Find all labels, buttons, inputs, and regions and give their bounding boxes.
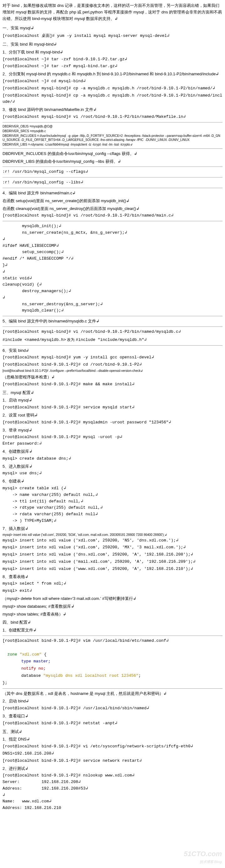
note-showdb: mysql> show databases; #查看数据库↲ xyxy=(2,603,223,610)
cmd-insert-a-mail: mysql> insert into xdl value ('mail.xdl.… xyxy=(2,559,223,565)
separator xyxy=(2,636,223,636)
separator xyxy=(2,316,223,316)
makefile-includes: DBDRIVER_INCLUDES =-I/usr/include/mysql … xyxy=(2,134,223,142)
sub-2-5: 5、编辑 bind 源文件中的 bin/named/mysqldb.c 文件↲ xyxy=(2,318,223,324)
makefile-objs: DBDRIVER_OBJS =mysqldb.@O@ xyxy=(2,124,223,128)
change-to: 改为 xyxy=(67,337,75,342)
intro-text: 对于 bind，如果想修改或增加 dns 记录，是直接修改文本的，这样的话一方面… xyxy=(2,2,223,22)
sub-3-4: 4、创建数据库↲ xyxy=(2,448,223,455)
sub-3-6: 6、创建表↲ xyxy=(2,478,223,485)
sub-3-5: 5、进入数据库↲ xyxy=(2,463,223,470)
cmd-insert-mx: mysql> insert into xdl value ('xdl.com',… xyxy=(2,544,223,551)
makefile-srcs: DBDRIVER_SRCS =mysqldb.c xyxy=(2,129,223,133)
cmd-vi-makefile: [root@localhost mysql-bind]# vi /root/bi… xyxy=(2,114,223,120)
sub-4-2: 2、启动 bind↲ xyxy=(2,698,223,705)
makefile-libs: DBDRIVER_LIBS =-rdynamic -L/usr/lib64/my… xyxy=(2,143,223,147)
zone-end: }; xyxy=(2,680,223,686)
setup-note: 在函数 setup(void)里面 ns_server_create()的前面添… xyxy=(2,198,223,204)
cmd-mysqladmin: [root@localhost bind-9.10.1-P2]# mysqlad… xyxy=(2,419,223,426)
cmd-cp-named: [root@localhost mysql-bind]# cp -a mysql… xyxy=(2,85,223,92)
sub-2-3: 3、修改 bind 源码中的 bin/named/Makefile.in 文件↲ xyxy=(2,106,223,113)
cmd-yum-mysql: [root@localhost 桌面]# yum -y install mysq… xyxy=(2,33,223,39)
section-5: 五、测试↲ xyxy=(2,728,223,735)
sub-2-6: 6、安装 bind↲ xyxy=(2,347,223,354)
section-4: 四、bind 配置↲ xyxy=(2,619,223,626)
cmd-create-db: mysql> create database dns;↲ xyxy=(2,456,223,462)
zone-database: database "mysqldb dns xdl localhost root… xyxy=(2,673,223,679)
include-old: #include <named/mysqldb.h> xyxy=(2,337,66,342)
separator xyxy=(2,345,223,346)
sub-3-3: 3、登录 mysql↲ xyxy=(2,427,223,434)
dns1-line: DNS1=192.168.216.208↲ xyxy=(2,750,223,757)
cmd-vi-mysqldbc: [root@localhost mysql-bind]# vi /root/bi… xyxy=(2,329,223,335)
cmd-make: [root@localhost bind-9.10.1-P2]# make &&… xyxy=(2,381,223,388)
zone-block: zone "xdl.com" { xyxy=(2,645,223,658)
note-ignore-ssl: （忽略加密程序版本检查）↲ xyxy=(2,374,223,380)
separator xyxy=(2,327,223,327)
note-dbparams: （其中 dns 是数据库名，xdl 是表名，hostname 是 mysql 主… xyxy=(2,690,223,697)
separator xyxy=(2,188,223,188)
cmd-cflags: :r! /usr/bin/mysql_config --cflags↲ xyxy=(2,169,223,175)
zone-notify: notify no; xyxy=(2,665,223,672)
cmd-insert-a-dns: mysql> insert into xdl value ('dns.xdl.c… xyxy=(2,552,223,558)
zone-keyword: zone xyxy=(7,652,17,657)
note-libs: DBDRIVER_LIBS 的值由命令/usr/bin/mysql_config… xyxy=(2,158,223,165)
cmd-configure: [root@localhost bind-9.10.1-P2]# ./confi… xyxy=(2,369,223,373)
cmd-yum-gcc: [root@localhost mysql-bind]# yum -y inst… xyxy=(2,354,223,361)
sub-4-1: 1、创建配置文件↲ xyxy=(2,627,223,634)
cleanup-note: 在函数 cleanup(void)里面 ns_server_destroy()的… xyxy=(2,206,223,212)
cmd-libs: :r! /usr/bin/mysql_config --libs↲ xyxy=(2,179,223,186)
cmd-vim-namedconf: [root@localhost bind-9.10.1-P2]# vim /us… xyxy=(2,638,223,644)
cmd-insert-ns: mysql> insert into xdl value ('xdl.com',… xyxy=(2,537,223,544)
cmd-insert-soa: mysql> insert into xdl value ('xdl.com',… xyxy=(2,533,223,537)
cmd-create-table: mysql> create table xdl (↲ -> name varch… xyxy=(2,485,223,524)
note-includes: DBDRIVER_INCLUDES 的值由命令/usr/bin/mysql_co… xyxy=(2,151,223,157)
section-2: 二、安装 bind 和 mysql-bind↲ xyxy=(2,41,223,48)
cmd-netstat: [root@localhost bind-9.10.1-P2]# netstat… xyxy=(2,720,223,727)
zone-brace: { xyxy=(41,652,47,657)
cmd-exit: mysql> exit↲ xyxy=(2,588,223,594)
sub-5-2: 2、进行测试↲ xyxy=(2,766,223,772)
section-3: 三、mysql 配置↲ xyxy=(2,390,223,396)
cmd-mysql-login: [root@localhost bind-9.10.1-P2]# mysql -… xyxy=(2,434,223,447)
separator xyxy=(2,688,223,689)
cmd-tar-bind: [root@localhost ~]# tar -zxf bind-9.10.1… xyxy=(2,56,223,63)
cmd-vi-mainc: [root@localhost mysql-bind]# vi /root/bi… xyxy=(2,213,223,219)
include-change: #include <named/mysqldb.h> 改为 #include "… xyxy=(2,337,223,343)
sub-3-7: 7、插入数据↲ xyxy=(2,526,223,532)
code-mainc: mysqldb_init();↲ ns_server_create(ns_g_m… xyxy=(2,223,223,314)
sub-3-8: 8、查看表格↲ xyxy=(2,574,223,580)
note-delete: （mysql> delete from xdl where rdate='3 m… xyxy=(2,595,223,602)
zone-type: type master; xyxy=(2,658,223,665)
separator xyxy=(2,221,223,221)
cmd-cd-mysqlbind: [root@localhost ~]# cd mysql-bind↲ xyxy=(2,78,223,85)
sub-2-4: 4、编辑 bind 源文件 bin/named/main.c↲ xyxy=(2,190,223,196)
cmd-tar-mysqlbind: [root@localhost ~]# tar -zxf mysql-bind.… xyxy=(2,63,223,70)
note-showtables: mysql> show tables; #查看表格）↲ xyxy=(2,611,223,618)
cmd-cd-bind: [root@localhost bind-9.10.1-P2]# cd /roo… xyxy=(2,362,223,368)
cmd-network-restart: [root@localhost bind-9.10.1-P2]# service… xyxy=(2,758,223,764)
section-1: 一、安装 mysql↲ xyxy=(2,25,223,32)
sub-3-2: 2、设置 root 密码↲ xyxy=(2,412,223,419)
cmd-use-db: mysql> use dns;↲ xyxy=(2,470,223,477)
separator xyxy=(2,177,223,178)
sub-2-2: 2、分别复制 mysql-bind 的 mysqldb.c 和 mysqldb.… xyxy=(2,71,223,78)
cmd-cp-include: [root@localhost mysql-bind]# cp -a mysql… xyxy=(2,92,223,105)
sub-2-1: 1、分别下载 bind 和 mysql-bind↲ xyxy=(2,49,223,56)
cmd-start-named: [root@localhost bind-9.10.1-P2]# /usr/lo… xyxy=(2,705,223,712)
include-new: #include "include/mysqldb.h"↲ xyxy=(76,337,146,342)
sub-3-1: 1、启动 mysql↲ xyxy=(2,397,223,404)
cmd-nslookup: [root@localhost bind-9.10.1-P2]# nslooku… xyxy=(2,772,223,811)
cmd-insert-a-www: mysql> insert into xdl value ('www.xdl.c… xyxy=(2,566,223,572)
cmd-mysqld-start: [root@localhost bind-9.10.1-P2]# service… xyxy=(2,404,223,411)
separator xyxy=(2,166,223,167)
separator xyxy=(2,148,223,149)
cmd-select: mysql> select * from xdl;↲ xyxy=(2,581,223,587)
sub-5-1: 1、指定 DNS↲ xyxy=(2,736,223,743)
zone-name: "xdl.com" xyxy=(17,652,41,657)
sub-4-3: 3、查看端口↲ xyxy=(2,713,223,720)
cmd-vi-ifcfg: [root@localhost bind-9.10.1-P2]# vi /etc… xyxy=(2,743,223,750)
